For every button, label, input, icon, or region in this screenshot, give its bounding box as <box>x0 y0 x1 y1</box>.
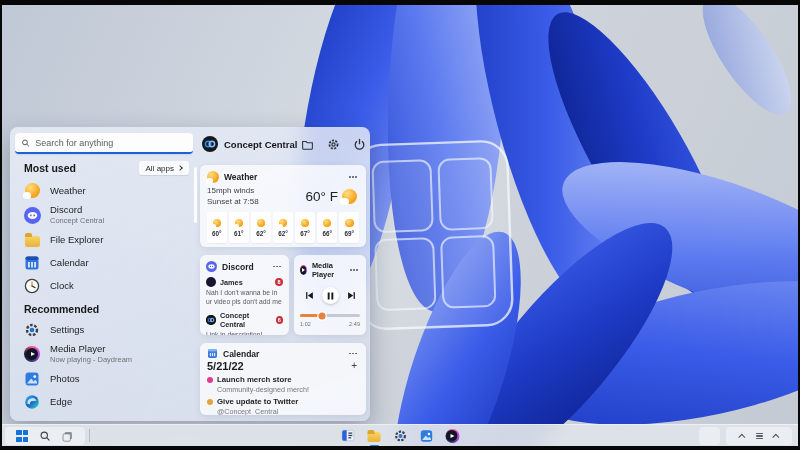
calendar-icon <box>207 348 218 359</box>
app-label: Discord <box>50 205 104 215</box>
message-sender: James <box>220 278 243 287</box>
widgets-icon <box>341 428 356 443</box>
elapsed-time: 1:02 <box>300 321 311 327</box>
app-item-file-explorer[interactable]: File Explorer <box>10 228 197 251</box>
all-apps-button[interactable]: All apps <box>139 161 189 175</box>
hour-cell: 69° <box>339 212 359 243</box>
taskbar-right-cluster <box>726 427 792 445</box>
taskbar-center-cluster <box>340 425 461 446</box>
hour-temp: 67° <box>300 230 310 237</box>
more-options-icon[interactable] <box>271 264 283 270</box>
taskbar-search-button[interactable] <box>36 428 53 445</box>
weather-sun-icon <box>23 182 41 200</box>
app-item-settings[interactable]: Settings <box>10 318 197 341</box>
app-item-clock[interactable]: Clock <box>10 274 197 297</box>
screen-frame: Most used All apps Weather <box>0 0 800 450</box>
search-icon <box>39 430 51 442</box>
sun-icon <box>257 219 266 228</box>
next-track-button[interactable] <box>347 291 356 300</box>
progress-handle[interactable] <box>319 312 326 319</box>
app-item-calendar[interactable]: Calendar <box>10 251 197 274</box>
recommended-header: Recommended <box>24 303 189 315</box>
start-button[interactable] <box>14 428 31 445</box>
widgets-header-title: Concept Central <box>224 139 297 150</box>
playback-progress-slider[interactable] <box>300 314 360 317</box>
weather-winds: 15mph winds <box>207 185 259 196</box>
power-icon[interactable] <box>353 138 366 151</box>
app-label: Clock <box>50 281 74 291</box>
media-player-icon <box>23 345 41 363</box>
message-text: Link in description! <box>206 331 283 335</box>
folder-icon <box>23 231 41 249</box>
weather-widget[interactable]: Weather 15mph winds Sunset at 7:58 60° F… <box>200 165 366 247</box>
recommended-title: Recommended <box>24 303 99 315</box>
clock-icon <box>23 277 41 295</box>
sun-icon <box>323 219 332 228</box>
sun-icon <box>235 219 244 228</box>
calendar-widget[interactable]: Calendar 5/21/22 + Launch merch store Co… <box>200 343 366 415</box>
message-sender: Concept Central <box>220 311 272 329</box>
glass-windows-logo <box>355 140 515 332</box>
total-duration: 2:49 <box>349 321 360 327</box>
discord-widget[interactable]: Discord James 8 Nah I don't wanna be in … <box>200 255 289 335</box>
weather-sun-icon <box>207 171 219 183</box>
hour-cell: 62° <box>273 212 293 243</box>
desktop: Most used All apps Weather <box>2 5 798 446</box>
add-event-button[interactable]: + <box>349 361 359 371</box>
taskbar-divider <box>89 429 90 442</box>
media-player-widget[interactable]: Media Player <box>294 255 366 335</box>
app-item-discord[interactable]: Discord Concept Central <box>10 202 197 228</box>
event-title: Give update to Twitter <box>217 397 298 406</box>
hour-temp: 66° <box>322 230 332 237</box>
discord-message-header: Concept Central 6 <box>206 311 283 329</box>
more-options-icon[interactable] <box>348 267 360 273</box>
system-tray-spacer[interactable] <box>699 427 720 445</box>
event-subtitle: Community-designed merch! <box>217 385 359 394</box>
avatar <box>206 277 216 287</box>
taskbar-widgets-button[interactable] <box>340 427 357 444</box>
more-options-icon[interactable] <box>347 174 359 180</box>
chevron-up-icon[interactable] <box>772 433 779 440</box>
event-subtitle: @Concept_Central <box>217 407 359 415</box>
taskbar-media-player-button[interactable] <box>444 427 461 444</box>
app-item-edge[interactable]: Edge <box>10 390 197 413</box>
hour-cell: 66° <box>317 212 337 243</box>
hour-cell: 62° <box>251 212 271 243</box>
most-used-title: Most used <box>24 162 76 174</box>
taskbar <box>2 424 798 446</box>
edge-icon <box>23 393 41 411</box>
hour-cell: 60° <box>207 212 227 243</box>
hour-cell: 61° <box>229 212 249 243</box>
app-item-media-player[interactable]: Media Player Now playing - Daydream <box>10 341 197 367</box>
discord-icon <box>206 261 217 272</box>
pause-button[interactable] <box>322 287 339 304</box>
scrollbar-thumb[interactable] <box>194 167 197 223</box>
taskbar-left-cluster <box>5 427 85 445</box>
taskbar-photos-button[interactable] <box>418 427 435 444</box>
weather-widget-title: Weather <box>224 172 257 182</box>
calendar-event[interactable]: Give update to Twitter <box>207 397 359 406</box>
hour-temp: 69° <box>344 230 354 237</box>
settings-gear-icon <box>393 429 407 443</box>
system-tray-icon[interactable] <box>756 433 763 440</box>
chevron-up-icon[interactable] <box>738 433 745 440</box>
hour-cell: 67° <box>295 212 315 243</box>
folder-outline-icon[interactable] <box>301 138 314 151</box>
previous-track-button[interactable] <box>305 291 314 300</box>
app-item-photos[interactable]: Photos <box>10 367 197 390</box>
taskbar-settings-button[interactable] <box>392 427 409 444</box>
more-options-icon[interactable] <box>347 351 359 357</box>
event-title: Launch merch store <box>217 375 292 384</box>
calendar-widget-title: Calendar <box>223 349 259 359</box>
taskbar-file-explorer-button[interactable] <box>366 427 383 444</box>
calendar-icon <box>23 254 41 272</box>
photos-icon <box>419 429 433 443</box>
concept-central-logo <box>202 136 218 152</box>
media-player-icon <box>300 265 307 275</box>
calendar-event[interactable]: Launch merch store <box>207 375 359 384</box>
weather-hourly-forecast: 60° 61° 62° 62° 67° 66° 69° <box>207 212 359 243</box>
app-item-weather[interactable]: Weather <box>10 179 197 202</box>
task-view-button[interactable] <box>59 428 76 445</box>
settings-gear-icon[interactable] <box>327 138 340 151</box>
app-label: Photos <box>50 374 80 384</box>
